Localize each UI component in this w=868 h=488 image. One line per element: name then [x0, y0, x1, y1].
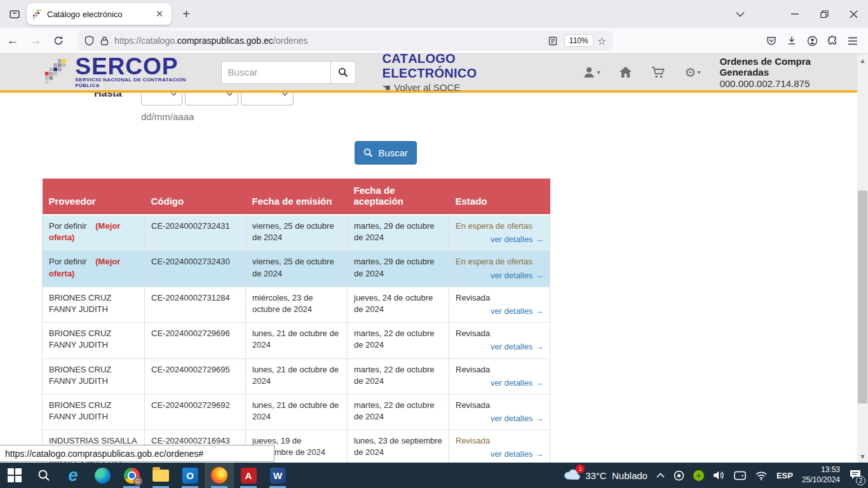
weather-widget[interactable]: 1 33°C Nublado [564, 468, 648, 482]
volume-icon[interactable] [713, 470, 725, 480]
proveedor-cell: Por definir(Mejor oferta) [43, 215, 145, 251]
volver-soce-link[interactable]: ☚Volver al SOCE [383, 82, 548, 93]
ver-detalles-link[interactable]: ver detalles → [456, 377, 543, 389]
header-estado: Estado [449, 179, 550, 215]
downloads-icon[interactable] [782, 30, 802, 51]
settings-gear-icon[interactable]: ⚙▾ [684, 65, 700, 80]
orders-generated-label: Ordenes de Compra Generadas [719, 56, 857, 78]
fecha-aceptacion-value: martes, 29 de octubre de 2024 [348, 251, 449, 287]
proveedor-cell: BRIONES CRUZ FANNY JUDITH [43, 323, 145, 358]
chrome-icon[interactable]: G [117, 463, 146, 488]
close-window-button[interactable] [839, 0, 868, 28]
edge-icon[interactable] [88, 463, 117, 488]
ver-detalles-link[interactable]: ver detalles → [456, 449, 543, 460]
table-row: BRIONES CRUZ FANNY JUDITH CE-20240002729… [43, 394, 550, 430]
fecha-emision-value: lunes, 21 de octubre de 2024 [246, 323, 348, 358]
firefox-icon[interactable] [205, 463, 234, 488]
url-bar[interactable]: https://catalogo.compraspublicas.gob.ec/… [78, 30, 613, 51]
back-button[interactable]: ← [3, 30, 23, 51]
language-indicator[interactable]: ESP [776, 471, 793, 480]
header-search-input[interactable] [221, 61, 330, 84]
fecha-aceptacion-value: lunes, 23 de septiembre de 2024 [348, 430, 449, 463]
page-content: Hasta dd/mm/aaaa Buscar Proveedor Código… [0, 54, 857, 463]
hand-pointer-icon: ☚ [383, 82, 391, 93]
internet-explorer-icon[interactable]: e [58, 463, 88, 488]
fecha-aceptacion-value: jueves, 24 de octubre de 2024 [348, 287, 449, 322]
scroll-up-icon[interactable]: ▲ [857, 55, 868, 65]
codigo-value: CE-20240002729696 [145, 323, 246, 358]
tab-close-icon[interactable]: ✕ [153, 7, 166, 21]
record-icon[interactable] [674, 470, 684, 481]
arrow-right-icon: → [535, 271, 543, 280]
fecha-emision-value: viernes, 25 de octubre de 2024 [246, 251, 348, 287]
header-fecha-aceptacion: Fecha de aceptación [348, 179, 449, 215]
estado-value: Revisada [456, 328, 543, 339]
reload-button[interactable] [48, 30, 69, 51]
wifi-icon[interactable] [755, 471, 768, 480]
ver-detalles-link[interactable]: ver detalles → [456, 306, 543, 317]
estado-value: Revisada [456, 400, 543, 411]
hidden-icons-chevron[interactable] [656, 473, 665, 478]
vertical-scrollbar[interactable]: ▲ ▼ [857, 54, 868, 463]
sercop-logo[interactable]: SERCOP SERVICIO NACIONAL DE CONTRATACIÓN… [42, 56, 207, 88]
list-all-tabs-icon[interactable] [726, 0, 755, 28]
browser-toolbar: ← → https://catalogo.compraspublicas.gob… [0, 28, 868, 54]
zoom-level-button[interactable]: 110% [564, 34, 593, 47]
scroll-down-icon[interactable]: ▼ [857, 451, 868, 461]
ver-detalles-link[interactable]: ver detalles → [456, 341, 543, 353]
taskbar-search-icon[interactable] [29, 463, 58, 488]
estado-cell: En espera de ofertas ver detalles → [449, 251, 550, 287]
taskbar-clock[interactable]: 13:53 25/10/2024 [802, 465, 840, 485]
codigo-value: CE-20240002731284 [145, 287, 246, 322]
start-button[interactable] [0, 463, 29, 488]
proveedor-cell: BRIONES CRUZ FANNY JUDITH [43, 287, 145, 322]
reader-view-icon[interactable] [548, 36, 557, 46]
proveedor-cell: Por definir(Mejor oferta) [43, 251, 145, 287]
ver-detalles-link[interactable]: ver detalles → [456, 270, 543, 281]
forward-button[interactable]: → [25, 30, 46, 51]
table-header-row: Proveedor Código Fecha de emisión Fecha … [43, 179, 550, 215]
notifications-icon[interactable]: 2 [849, 469, 862, 482]
notification-badge: 2 [856, 476, 865, 485]
bookmark-star-icon[interactable]: ☆ [597, 35, 606, 47]
user-menu-icon[interactable]: ▾ [583, 66, 600, 79]
file-explorer-icon[interactable] [146, 463, 175, 488]
weather-badge: 1 [576, 464, 585, 473]
home-icon[interactable] [619, 66, 632, 78]
proveedor-value: BRIONES CRUZ FANNY JUDITH [49, 365, 111, 386]
pocket-icon[interactable] [761, 30, 782, 51]
logo-title: SERCOP [75, 56, 207, 77]
arrow-right-icon: → [535, 234, 543, 244]
new-tab-button[interactable]: + [177, 4, 196, 24]
scrollbar-thumb[interactable] [858, 191, 867, 403]
antivirus-icon[interactable]: + [693, 470, 704, 481]
fecha-aceptacion-value: martes, 22 de octubre de 2024 [348, 358, 449, 394]
lock-icon[interactable] [100, 36, 109, 46]
tracking-shield-icon[interactable] [85, 36, 94, 46]
firefox-view-icon[interactable] [5, 4, 24, 24]
arrow-right-icon: → [535, 414, 543, 423]
fecha-aceptacion-value: martes, 22 de octubre de 2024 [348, 323, 449, 358]
header-search-button[interactable] [330, 61, 356, 84]
cart-icon[interactable] [651, 66, 665, 79]
estado-cell: Revisada ver detalles → [449, 323, 550, 358]
account-icon[interactable] [802, 30, 822, 51]
browser-tab[interactable]: Catálogo electrónico ✕ [27, 3, 172, 25]
acrobat-icon[interactable]: A [234, 463, 263, 488]
restore-button[interactable] [810, 0, 839, 28]
extensions-icon[interactable] [822, 30, 843, 51]
date-format-hint: dd/mm/aaaa [141, 111, 194, 122]
outlook-icon[interactable]: O [175, 463, 205, 488]
table-row: Por definir(Mejor oferta) CE-20240002732… [43, 215, 550, 251]
sercop-logo-icon [42, 57, 70, 86]
ver-detalles-link[interactable]: ver detalles → [456, 234, 543, 245]
buscar-button[interactable]: Buscar [355, 141, 417, 165]
menu-hamburger-icon[interactable] [843, 30, 863, 51]
estado-cell: Revisada ver detalles → [449, 358, 550, 394]
header-fecha-emision: Fecha de emisión [246, 179, 348, 215]
ver-detalles-link[interactable]: ver detalles → [456, 413, 543, 424]
minimize-button[interactable] [780, 0, 810, 28]
monitor-icon[interactable] [734, 471, 746, 480]
word-icon[interactable]: W [263, 463, 292, 488]
search-icon [338, 67, 348, 78]
